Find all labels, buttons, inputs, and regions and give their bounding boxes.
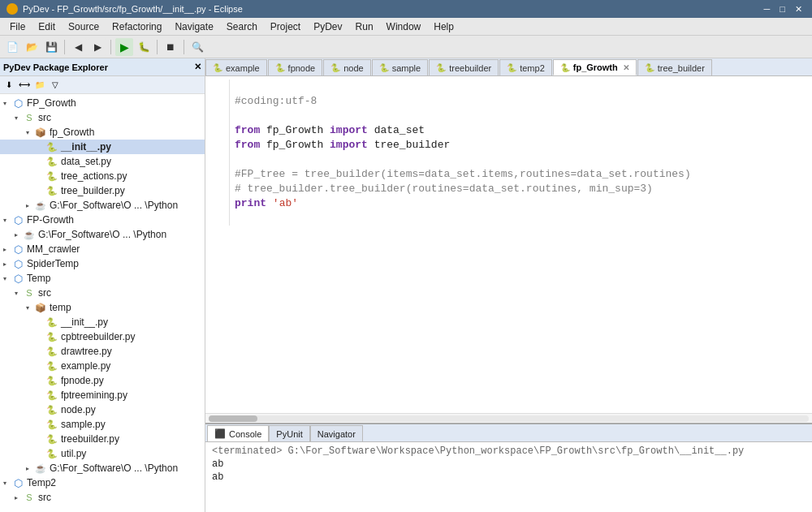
save-btn[interactable]: 💾 <box>42 38 60 56</box>
open-btn[interactable]: 📂 <box>23 38 41 56</box>
tree-arrow: ▸ <box>3 246 11 253</box>
tab-sample[interactable]: 🐍sample <box>372 59 428 75</box>
new-folder-btn[interactable]: 📁 <box>32 78 47 93</box>
tree-item[interactable]: 🐍treebuilder.py <box>0 432 205 446</box>
tree-item-icon: ⬡ <box>11 477 24 488</box>
tree-item[interactable]: ▾📦temp <box>0 300 205 315</box>
code-text[interactable]: print 'ab' <box>235 196 298 211</box>
tree-item-label: MM_crawler <box>27 243 80 255</box>
tree-item-icon: ⬡ <box>11 273 24 284</box>
tree-item[interactable]: 🐍tree_builder.py <box>0 183 205 198</box>
tab-tree-builder[interactable]: 🐍tree_builder <box>637 59 712 75</box>
menu-item-search[interactable]: Search <box>220 19 264 34</box>
code-text[interactable]: # tree_builder.tree_builder(routines=dat… <box>235 182 653 196</box>
tree-item[interactable]: 🐍drawtree.py <box>0 344 205 359</box>
tab-fp-Growth[interactable]: 🐍fp_Growth✕ <box>553 59 637 75</box>
tab-node[interactable]: 🐍node <box>323 59 370 75</box>
tree-item[interactable]: 🐍fptreemining.py <box>0 388 205 402</box>
menu-item-refactoring[interactable]: Refactoring <box>106 19 168 34</box>
run-btn[interactable]: ▶ <box>115 38 133 56</box>
tree-item[interactable]: 🐍fpnode.py <box>0 373 205 388</box>
tree-item-label: src <box>38 112 51 123</box>
code-text[interactable]: #coding:utf-8 <box>235 94 317 109</box>
tab-fpnode[interactable]: 🐍fpnode <box>268 59 323 75</box>
tree-item[interactable]: 🐍__init__.py <box>0 140 205 154</box>
forward-btn[interactable]: ▶ <box>89 38 106 56</box>
scrollbar-thumb[interactable] <box>209 415 257 422</box>
editor-area: 🐍example🐍fpnode🐍node🐍sample🐍treebuilder🐍… <box>205 58 812 512</box>
back-btn[interactable]: ◀ <box>69 38 87 56</box>
tree-item[interactable]: ▾Ssrc <box>0 110 205 125</box>
editor-scrollbar[interactable] <box>205 413 812 423</box>
menu-bar: FileEditSourceRefactoringNavigateSearchP… <box>0 18 812 36</box>
tree-item[interactable]: ▸☕G:\For_Software\O ... \Python <box>0 461 205 475</box>
tree-item[interactable]: ▾⬡FP_Growth <box>0 96 205 110</box>
new-btn[interactable]: 📄 <box>3 38 21 56</box>
menu-btn[interactable]: ▽ <box>48 78 63 93</box>
tree-item[interactable]: ▾⬡Temp2 <box>0 475 205 490</box>
tree-item[interactable]: ▾Ssrc <box>0 286 205 300</box>
tree-item[interactable]: ▸⬡SpiderTemp <box>0 256 205 271</box>
menu-item-file[interactable]: File <box>3 19 32 34</box>
console-tab-pyunit[interactable]: PyUnit <box>269 425 309 441</box>
tree-item-label: __init__.py <box>61 316 108 328</box>
tree-item[interactable]: 🐍sample.py <box>0 417 205 432</box>
search-btn[interactable]: 🔍 <box>188 38 206 56</box>
stop-btn[interactable]: ⏹ <box>162 38 179 56</box>
tree-arrow: ▾ <box>3 217 11 224</box>
tree-item-label: src <box>38 287 51 299</box>
tab-treebuilder[interactable]: 🐍treebuilder <box>429 59 499 75</box>
menu-item-pydev[interactable]: PyDev <box>307 19 348 34</box>
tree-item-label: example.py <box>61 360 110 372</box>
console-tab-console[interactable]: ⬛ Console <box>207 425 269 441</box>
menu-item-help[interactable]: Help <box>427 19 460 34</box>
tree-item[interactable]: 🐍example.py <box>0 359 205 373</box>
line-number <box>207 109 230 123</box>
package-explorer: PyDev Package Explorer ✕ ⬇ ⟷ 📁 ▽ ▾⬡FP_Gr… <box>0 58 205 512</box>
menu-item-edit[interactable]: Edit <box>32 19 62 34</box>
tree-item[interactable]: ▾⬡Temp <box>0 271 205 286</box>
menu-item-source[interactable]: Source <box>62 19 106 34</box>
tree-item[interactable]: ▸⬡MM_crawler <box>0 242 205 256</box>
tree-item-label: node.py <box>61 404 96 415</box>
tree-item[interactable]: 🐍data_set.py <box>0 154 205 169</box>
tree-item[interactable]: 🐍node.py <box>0 402 205 417</box>
debug-btn[interactable]: 🐛 <box>135 38 153 56</box>
close-btn[interactable]: ✕ <box>792 4 806 15</box>
tree-item[interactable]: ▸☕G:\For_Software\O ... \Python <box>0 227 205 242</box>
code-text[interactable]: from fp_Growth import data_set <box>235 123 425 138</box>
tree-item[interactable]: ▾📦fp_Growth <box>0 125 205 140</box>
console-content: <terminated> G:\For_Software\Workspace\P… <box>205 442 812 512</box>
console-tab-navigator[interactable]: Navigator <box>310 425 363 441</box>
minimize-btn[interactable]: ─ <box>761 4 774 15</box>
tree-item[interactable]: 🐍tree_actions.py <box>0 169 205 183</box>
tab-label: tree_builder <box>658 63 705 73</box>
tab-icon: 🐍 <box>330 63 340 72</box>
collapse-all-btn[interactable]: ⬇ <box>2 78 16 93</box>
tree-item[interactable]: 🐍util.py <box>0 446 205 461</box>
sidebar-close-btn[interactable]: ✕ <box>194 62 201 72</box>
tree-arrow: ▾ <box>26 304 34 312</box>
tree-item-icon: 🐍 <box>45 433 58 445</box>
code-text[interactable]: #FP_tree = tree_builder(items=data_set.i… <box>235 167 691 182</box>
console-output-line: ab <box>212 458 806 471</box>
tab-example[interactable]: 🐍example <box>205 59 267 75</box>
link-editor-btn[interactable]: ⟷ <box>17 78 32 93</box>
tree-item[interactable]: ▸☕G:\For_Software\O ... \Python <box>0 198 205 213</box>
sep2 <box>110 40 111 54</box>
tab-close-btn[interactable]: ✕ <box>623 63 629 72</box>
maximize-btn[interactable]: □ <box>776 4 788 15</box>
tree-item[interactable]: ▸Ssrc <box>0 490 205 505</box>
code-line <box>205 80 812 94</box>
code-text[interactable]: from fp_Growth import tree_builder <box>235 138 450 153</box>
editor-content[interactable]: #coding:utf-8from fp_Growth import data_… <box>205 76 812 413</box>
tree-item[interactable]: ▾⬡FP-Growth <box>0 213 205 227</box>
menu-item-project[interactable]: Project <box>264 19 307 34</box>
tab-temp2[interactable]: 🐍temp2 <box>499 59 552 75</box>
menu-item-navigate[interactable]: Navigate <box>168 19 219 34</box>
tree-item[interactable]: 🐍cpbtreebuilder.py <box>0 329 205 344</box>
menu-item-run[interactable]: Run <box>349 19 380 34</box>
menu-item-window[interactable]: Window <box>380 19 428 34</box>
tree-item-icon: 🐍 <box>45 316 58 328</box>
tree-item[interactable]: 🐍__init__.py <box>0 315 205 329</box>
